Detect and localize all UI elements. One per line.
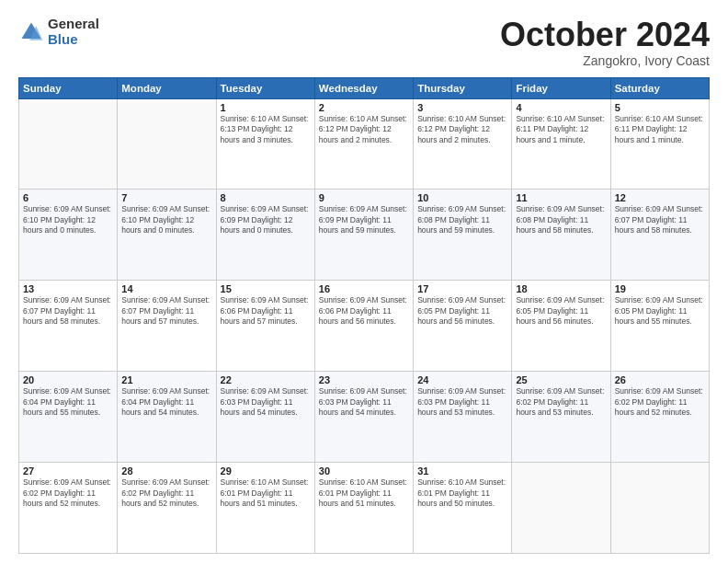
calendar-week-4: 20Sunrise: 6:09 AM Sunset: 6:04 PM Dayli… [19,372,710,463]
day-info: Sunrise: 6:09 AM Sunset: 6:08 PM Dayligh… [516,204,606,236]
day-info: Sunrise: 6:09 AM Sunset: 6:02 PM Dayligh… [516,386,606,418]
col-thursday: Thursday [414,77,512,98]
calendar-cell: 11Sunrise: 6:09 AM Sunset: 6:08 PM Dayli… [512,190,610,281]
day-number: 5 [615,102,705,113]
day-info: Sunrise: 6:09 AM Sunset: 6:03 PM Dayligh… [221,386,311,418]
day-number: 7 [121,192,211,203]
day-info: Sunrise: 6:09 AM Sunset: 6:05 PM Dayligh… [615,295,705,327]
calendar-cell: 7Sunrise: 6:09 AM Sunset: 6:10 PM Daylig… [118,190,216,281]
day-number: 3 [417,102,507,113]
calendar-cell [19,98,118,190]
col-friday: Friday [512,77,610,98]
day-number: 17 [417,283,507,294]
day-info: Sunrise: 6:09 AM Sunset: 6:02 PM Dayligh… [121,477,211,509]
day-number: 9 [319,192,409,203]
calendar-cell: 6Sunrise: 6:09 AM Sunset: 6:10 PM Daylig… [19,190,118,281]
day-number: 10 [417,192,507,203]
calendar-cell: 12Sunrise: 6:09 AM Sunset: 6:07 PM Dayli… [610,190,709,281]
day-info: Sunrise: 6:09 AM Sunset: 6:06 PM Dayligh… [319,295,409,327]
day-number: 2 [319,102,409,113]
calendar-cell: 24Sunrise: 6:09 AM Sunset: 6:03 PM Dayli… [414,372,512,463]
logo-icon [18,19,44,45]
calendar-week-3: 13Sunrise: 6:09 AM Sunset: 6:07 PM Dayli… [19,281,710,372]
day-info: Sunrise: 6:09 AM Sunset: 6:02 PM Dayligh… [23,477,113,509]
calendar-cell: 1Sunrise: 6:10 AM Sunset: 6:13 PM Daylig… [216,98,314,190]
day-number: 23 [319,374,409,385]
day-number: 27 [23,465,113,477]
day-info: Sunrise: 6:09 AM Sunset: 6:04 PM Dayligh… [23,386,113,418]
month-title: October 2024 [500,17,710,53]
calendar-cell: 21Sunrise: 6:09 AM Sunset: 6:04 PM Dayli… [118,372,216,463]
day-number: 30 [319,465,409,477]
calendar-cell: 23Sunrise: 6:09 AM Sunset: 6:03 PM Dayli… [314,372,413,463]
col-monday: Monday [118,77,216,98]
day-info: Sunrise: 6:09 AM Sunset: 6:06 PM Dayligh… [221,295,311,327]
calendar-body: 1Sunrise: 6:10 AM Sunset: 6:13 PM Daylig… [19,98,710,553]
title-block: October 2024 Zangokro, Ivory Coast [500,17,710,68]
calendar-cell: 18Sunrise: 6:09 AM Sunset: 6:05 PM Dayli… [512,281,610,372]
day-number: 22 [221,374,311,385]
day-number: 24 [417,374,507,385]
day-number: 28 [121,465,211,477]
day-number: 11 [516,192,606,203]
calendar-cell: 13Sunrise: 6:09 AM Sunset: 6:07 PM Dayli… [19,281,118,372]
day-info: Sunrise: 6:10 AM Sunset: 6:01 PM Dayligh… [221,477,311,509]
location: Zangokro, Ivory Coast [500,53,710,68]
day-number: 12 [615,192,705,203]
logo-blue: Blue [48,32,99,48]
calendar-week-5: 27Sunrise: 6:09 AM Sunset: 6:02 PM Dayli… [19,463,710,554]
day-info: Sunrise: 6:09 AM Sunset: 6:03 PM Dayligh… [417,386,507,418]
day-number: 26 [615,374,705,385]
day-number: 8 [221,192,311,203]
calendar-cell: 10Sunrise: 6:09 AM Sunset: 6:08 PM Dayli… [414,190,512,281]
day-number: 1 [221,102,311,113]
calendar-cell: 19Sunrise: 6:09 AM Sunset: 6:05 PM Dayli… [610,281,709,372]
calendar-cell [610,463,709,554]
day-info: Sunrise: 6:10 AM Sunset: 6:12 PM Dayligh… [319,114,409,145]
calendar-cell [118,98,216,190]
calendar-week-2: 6Sunrise: 6:09 AM Sunset: 6:10 PM Daylig… [19,190,710,281]
calendar-cell: 26Sunrise: 6:09 AM Sunset: 6:02 PM Dayli… [610,372,709,463]
day-number: 29 [221,465,311,477]
day-info: Sunrise: 6:10 AM Sunset: 6:01 PM Dayligh… [417,477,507,509]
calendar-cell: 31Sunrise: 6:10 AM Sunset: 6:01 PM Dayli… [414,463,512,554]
day-info: Sunrise: 6:10 AM Sunset: 6:13 PM Dayligh… [221,114,311,145]
day-info: Sunrise: 6:10 AM Sunset: 6:12 PM Dayligh… [417,114,507,145]
day-info: Sunrise: 6:09 AM Sunset: 6:10 PM Dayligh… [23,204,113,236]
header-row: Sunday Monday Tuesday Wednesday Thursday… [19,77,710,98]
calendar-cell: 4Sunrise: 6:10 AM Sunset: 6:11 PM Daylig… [512,98,610,190]
day-number: 20 [23,374,113,385]
calendar-cell: 30Sunrise: 6:10 AM Sunset: 6:01 PM Dayli… [314,463,413,554]
day-info: Sunrise: 6:09 AM Sunset: 6:02 PM Dayligh… [615,386,705,418]
calendar-cell: 14Sunrise: 6:09 AM Sunset: 6:07 PM Dayli… [118,281,216,372]
col-tuesday: Tuesday [216,77,314,98]
day-number: 16 [319,283,409,294]
day-info: Sunrise: 6:09 AM Sunset: 6:07 PM Dayligh… [121,295,211,327]
day-info: Sunrise: 6:09 AM Sunset: 6:09 PM Dayligh… [319,204,409,236]
day-info: Sunrise: 6:10 AM Sunset: 6:11 PM Dayligh… [516,114,606,145]
day-info: Sunrise: 6:09 AM Sunset: 6:07 PM Dayligh… [23,295,113,327]
header: General Blue October 2024 Zangokro, Ivor… [18,17,710,68]
day-number: 4 [516,102,606,113]
calendar-cell: 20Sunrise: 6:09 AM Sunset: 6:04 PM Dayli… [19,372,118,463]
day-number: 14 [121,283,211,294]
calendar-cell: 27Sunrise: 6:09 AM Sunset: 6:02 PM Dayli… [19,463,118,554]
calendar-cell: 3Sunrise: 6:10 AM Sunset: 6:12 PM Daylig… [414,98,512,190]
day-info: Sunrise: 6:09 AM Sunset: 6:05 PM Dayligh… [417,295,507,327]
page: General Blue October 2024 Zangokro, Ivor… [0,0,728,563]
calendar-cell: 17Sunrise: 6:09 AM Sunset: 6:05 PM Dayli… [414,281,512,372]
calendar-cell: 9Sunrise: 6:09 AM Sunset: 6:09 PM Daylig… [314,190,413,281]
calendar-cell: 15Sunrise: 6:09 AM Sunset: 6:06 PM Dayli… [216,281,314,372]
day-info: Sunrise: 6:09 AM Sunset: 6:08 PM Dayligh… [417,204,507,236]
calendar-week-1: 1Sunrise: 6:10 AM Sunset: 6:13 PM Daylig… [19,98,710,190]
col-saturday: Saturday [610,77,709,98]
day-number: 21 [121,374,211,385]
day-number: 25 [516,374,606,385]
day-number: 15 [221,283,311,294]
day-number: 31 [417,465,507,477]
day-info: Sunrise: 6:09 AM Sunset: 6:10 PM Dayligh… [121,204,211,236]
calendar-cell: 22Sunrise: 6:09 AM Sunset: 6:03 PM Dayli… [216,372,314,463]
day-info: Sunrise: 6:09 AM Sunset: 6:05 PM Dayligh… [516,295,606,327]
calendar-table: Sunday Monday Tuesday Wednesday Thursday… [18,77,710,554]
day-info: Sunrise: 6:10 AM Sunset: 6:11 PM Dayligh… [615,114,705,145]
